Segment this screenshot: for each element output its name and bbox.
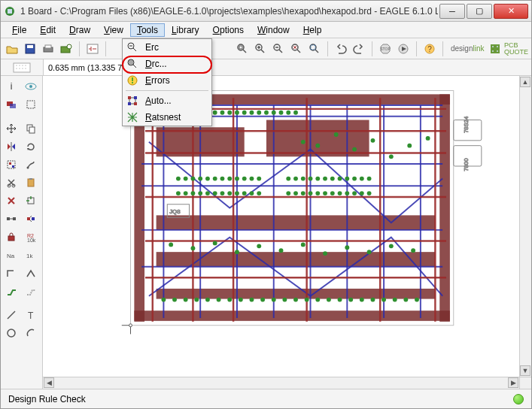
add-tool[interactable] (22, 192, 40, 209)
value-tool[interactable]: 1k (22, 247, 40, 263)
menu-file[interactable]: File (5, 23, 33, 37)
svg-point-28 (16, 65, 17, 65)
menu-view[interactable]: View (97, 23, 130, 37)
move-tool[interactable] (2, 120, 20, 137)
print-button[interactable] (40, 41, 56, 57)
menu-draw[interactable]: Draw (62, 23, 97, 37)
copy-tool[interactable] (22, 120, 40, 137)
svg-text:78S24: 78S24 (463, 116, 470, 133)
menu-erc[interactable]: Erc (123, 39, 211, 56)
scroll-down-arrow[interactable]: ▼ (520, 365, 530, 376)
ripup-tool[interactable] (22, 283, 40, 299)
svg-point-138 (309, 177, 313, 181)
lock-tool[interactable] (2, 229, 20, 245)
circle-tool[interactable] (2, 325, 20, 341)
svg-point-152 (323, 191, 327, 195)
menu-library[interactable]: Library (165, 23, 206, 37)
show-tool[interactable] (22, 78, 40, 95)
menu-tools[interactable]: Tools (130, 23, 165, 37)
svg-point-188 (389, 154, 394, 159)
svg-rect-65 (13, 217, 16, 220)
vertical-scrollbar[interactable]: ▲ ▼ (519, 76, 531, 377)
go-button[interactable] (395, 41, 412, 57)
svg-point-9 (238, 44, 244, 50)
svg-rect-57 (12, 165, 14, 168)
group-tool[interactable] (2, 156, 20, 173)
zoom-select-button[interactable] (306, 41, 323, 57)
paste-tool[interactable] (22, 174, 40, 191)
grid-icon[interactable] (1, 62, 43, 73)
menu-bar: File Edit Draw View Tools Library Option… (1, 22, 531, 38)
svg-point-174 (327, 298, 331, 302)
zoom-in-button[interactable] (252, 41, 269, 57)
menu-errors[interactable]: Errors (123, 72, 211, 89)
maximize-button[interactable]: ▢ (467, 4, 492, 19)
menu-options[interactable]: Options (206, 23, 251, 37)
scroll-right-arrow[interactable]: ▶ (508, 377, 518, 388)
help-button[interactable]: ? (421, 41, 438, 57)
svg-point-142 (338, 177, 342, 181)
stop-button[interactable]: STOP (377, 41, 394, 57)
svg-point-32 (16, 68, 17, 68)
save-button[interactable] (22, 41, 38, 57)
change-tool[interactable] (22, 156, 40, 173)
svg-text:1k: 1k (26, 253, 33, 259)
menu-auto[interactable]: Auto... (123, 92, 211, 109)
status-indicator-icon (513, 394, 524, 404)
cam-button[interactable] (58, 41, 74, 57)
menu-help[interactable]: Help (296, 23, 329, 37)
zoom-fit-button[interactable] (234, 41, 251, 57)
replace-tool[interactable] (22, 211, 40, 227)
close-button[interactable]: ✕ (494, 4, 528, 19)
menu-drc[interactable]: Drc... (123, 56, 211, 72)
minimize-button[interactable]: ─ (439, 4, 465, 19)
horizontal-scrollbar[interactable]: ◀ ▶ (43, 377, 519, 389)
split-tool[interactable] (22, 265, 40, 281)
smash-tool[interactable]: R210k (22, 229, 40, 245)
svg-rect-66 (27, 217, 30, 220)
designlink-label[interactable]: designlink (451, 44, 484, 53)
wire-tool[interactable] (2, 307, 20, 323)
svg-point-164 (217, 298, 221, 302)
menu-window[interactable]: Window (251, 23, 296, 37)
pcbquote-label[interactable]: PCBQUOTE (490, 42, 528, 56)
svg-point-125 (191, 191, 196, 195)
redo-button[interactable] (351, 41, 367, 57)
svg-text:?: ? (427, 45, 432, 53)
menu-edit[interactable]: Edit (33, 23, 62, 37)
svg-point-130 (227, 191, 232, 195)
arc-tool[interactable] (22, 325, 40, 341)
undo-button[interactable] (333, 41, 349, 57)
delete-tool[interactable] (2, 192, 20, 209)
svg-point-146 (367, 177, 372, 181)
schematic-button[interactable] (84, 41, 101, 57)
scroll-up-arrow[interactable]: ▲ (520, 77, 530, 87)
menu-errors-label: Errors (145, 75, 170, 86)
svg-point-140 (323, 177, 327, 181)
zoom-out-button[interactable] (270, 41, 287, 57)
ratsnest-icon (126, 111, 139, 124)
menu-ratsnest[interactable]: Ratsnest (123, 109, 211, 126)
svg-marker-52 (8, 144, 11, 150)
miter-tool[interactable] (2, 265, 20, 281)
route-tool[interactable] (2, 283, 20, 299)
text-tool[interactable]: T (22, 307, 40, 323)
scroll-left-arrow[interactable]: ◀ (44, 377, 54, 388)
mark-tool[interactable] (22, 96, 40, 113)
svg-point-128 (213, 191, 217, 195)
info-tool[interactable]: i (2, 78, 20, 95)
svg-point-186 (352, 147, 357, 152)
pcb-canvas[interactable]: 78S24 7800 JQ8 (43, 76, 519, 377)
svg-rect-61 (28, 179, 34, 186)
svg-point-191 (169, 242, 173, 247)
pinswap-tool[interactable] (2, 211, 20, 227)
mirror-tool[interactable] (2, 138, 20, 155)
layers-tool[interactable] (2, 96, 20, 113)
svg-point-154 (338, 191, 342, 195)
zoom-redraw-button[interactable] (288, 41, 305, 57)
name-tool[interactable]: Na (2, 247, 20, 263)
open-button[interactable] (4, 41, 20, 57)
svg-rect-49 (27, 101, 35, 108)
cut-tool[interactable] (2, 174, 20, 191)
rotate-tool[interactable] (22, 138, 40, 155)
